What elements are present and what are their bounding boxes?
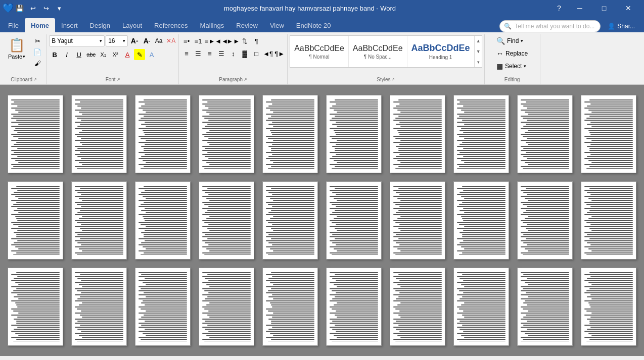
rtl-button[interactable]: ◄¶	[262, 48, 273, 59]
increase-indent-button[interactable]: ►►	[227, 35, 239, 46]
tab-layout[interactable]: Layout	[116, 18, 148, 32]
doc-page-14[interactable]	[199, 181, 254, 260]
tab-insert[interactable]: Insert	[55, 18, 84, 32]
doc-page-1[interactable]	[8, 95, 63, 173]
superscript-button[interactable]: X²	[110, 49, 121, 60]
align-left-button[interactable]: ≡	[181, 48, 192, 59]
copy-button[interactable]: 📄	[31, 46, 43, 58]
doc-page-7[interactable]	[390, 95, 445, 173]
styles-scroll-up[interactable]: ▲	[475, 36, 482, 46]
align-center-button[interactable]: ☰	[193, 48, 204, 59]
select-button[interactable]: ▦ Select ▾	[493, 61, 529, 72]
tab-mailings[interactable]: Mailings	[194, 18, 231, 32]
doc-page-21[interactable]	[8, 268, 63, 346]
replace-button[interactable]: ↔ Replace	[493, 48, 531, 59]
find-dropdown-icon[interactable]: ▾	[521, 38, 523, 43]
minimize-button[interactable]: ─	[568, 0, 591, 16]
doc-page-16[interactable]	[326, 181, 382, 260]
help-icon[interactable]: ?	[555, 4, 563, 12]
line-spacing-button[interactable]: ↕	[227, 48, 239, 59]
doc-page-25[interactable]	[262, 268, 318, 346]
tab-review[interactable]: Review	[230, 18, 264, 32]
save-button[interactable]: 💾	[14, 3, 25, 14]
doc-page-18[interactable]	[453, 181, 509, 260]
bold-button[interactable]: B	[49, 49, 60, 60]
doc-page-13[interactable]	[135, 181, 191, 260]
font-size-dropdown[interactable]: 16 ▾	[106, 35, 128, 46]
doc-page-19[interactable]	[517, 181, 573, 260]
doc-page-9[interactable]	[517, 95, 573, 173]
doc-page-5[interactable]	[262, 95, 318, 173]
doc-page-4[interactable]	[199, 95, 254, 173]
styles-expand-icon[interactable]: ↗	[391, 77, 395, 82]
align-right-button[interactable]: ≡	[204, 48, 215, 59]
bullets-button[interactable]: ≡•	[181, 35, 192, 46]
tab-home[interactable]: Home	[25, 18, 55, 32]
paste-dropdown-icon[interactable]: ▾	[23, 54, 25, 59]
tab-view[interactable]: View	[264, 18, 290, 32]
doc-page-22[interactable]	[71, 268, 127, 346]
underline-button[interactable]: U	[73, 49, 84, 60]
text-effects-button[interactable]: A	[146, 49, 157, 60]
doc-page-29[interactable]	[517, 268, 573, 346]
font-name-dropdown[interactable]: B Yagut ▾	[49, 35, 105, 46]
borders-button[interactable]: □	[251, 48, 262, 59]
doc-page-24[interactable]	[199, 268, 254, 346]
style-heading1[interactable]: AaBbCcDdEe Heading 1	[407, 36, 475, 67]
show-marks-button[interactable]: ¶	[251, 35, 262, 46]
cut-button[interactable]: ✂	[31, 35, 43, 46]
numbering-button[interactable]: ≡1	[193, 35, 204, 46]
select-dropdown-icon[interactable]: ▾	[524, 64, 526, 69]
tab-references[interactable]: References	[148, 18, 194, 32]
font-color-button[interactable]: A	[122, 49, 133, 60]
doc-page-30[interactable]	[581, 268, 636, 346]
doc-page-28[interactable]	[453, 268, 509, 346]
redo-button[interactable]: ↪	[40, 3, 52, 14]
document-area[interactable]	[0, 85, 644, 356]
highlight-color-button[interactable]: ✎	[134, 49, 145, 60]
ltr-button[interactable]: ¶►	[274, 48, 285, 59]
doc-page-26[interactable]	[326, 268, 382, 346]
font-expand-icon[interactable]: ↗	[117, 77, 120, 82]
doc-page-3[interactable]	[135, 95, 191, 173]
styles-more-button[interactable]: ▾	[475, 57, 482, 67]
multilevel-list-button[interactable]: ≡►	[204, 35, 215, 46]
justify-button[interactable]: ☰	[216, 48, 227, 59]
subscript-button[interactable]: X₂	[98, 49, 109, 60]
tell-me-input[interactable]: 🔍 Tell me what you want to do...	[499, 20, 601, 32]
doc-page-2[interactable]	[71, 95, 127, 173]
sign-in-button[interactable]: 👤 Shar...	[605, 21, 638, 31]
paste-button[interactable]: 📋 Paste ▾	[4, 35, 29, 69]
tab-design[interactable]: Design	[84, 18, 116, 32]
italic-button[interactable]: I	[61, 49, 72, 60]
paragraph-expand-icon[interactable]: ↗	[244, 77, 247, 82]
shading-button[interactable]: ▓	[239, 48, 250, 59]
doc-page-27[interactable]	[390, 268, 445, 346]
doc-page-15[interactable]	[262, 181, 318, 260]
sort-button[interactable]: ⇅	[239, 35, 250, 46]
undo-button[interactable]: ↩	[27, 3, 38, 14]
doc-page-23[interactable]	[135, 268, 191, 346]
clear-formatting-button[interactable]: ✕A	[165, 35, 176, 46]
doc-page-11[interactable]	[8, 181, 63, 260]
doc-page-8[interactable]	[453, 95, 509, 173]
qat-dropdown-button[interactable]: ▾	[54, 3, 65, 14]
grow-font-button[interactable]: A+	[129, 35, 140, 46]
clipboard-expand-icon[interactable]: ↗	[33, 77, 37, 82]
doc-page-17[interactable]	[390, 181, 445, 260]
change-case-button[interactable]: Aa	[153, 35, 164, 46]
style-no-spacing[interactable]: AaBbCcDdEe ¶ No Spac...	[349, 36, 407, 67]
doc-page-6[interactable]	[326, 95, 382, 173]
styles-scroll-down[interactable]: ▼	[475, 46, 482, 57]
format-painter-button[interactable]: 🖌	[31, 58, 43, 69]
doc-page-12[interactable]	[71, 181, 127, 260]
tab-endnote[interactable]: EndNote 20	[290, 18, 337, 32]
tab-file[interactable]: File	[2, 18, 25, 32]
doc-page-20[interactable]	[581, 181, 636, 260]
find-button[interactable]: 🔍 Find ▾	[493, 35, 526, 46]
style-normal[interactable]: AaBbCcDdEe ¶ Normal	[290, 36, 349, 67]
decrease-indent-button[interactable]: ◄◄	[216, 35, 227, 46]
maximize-button[interactable]: □	[592, 0, 616, 16]
doc-page-10[interactable]	[581, 95, 636, 173]
close-button[interactable]: ✕	[617, 0, 640, 16]
